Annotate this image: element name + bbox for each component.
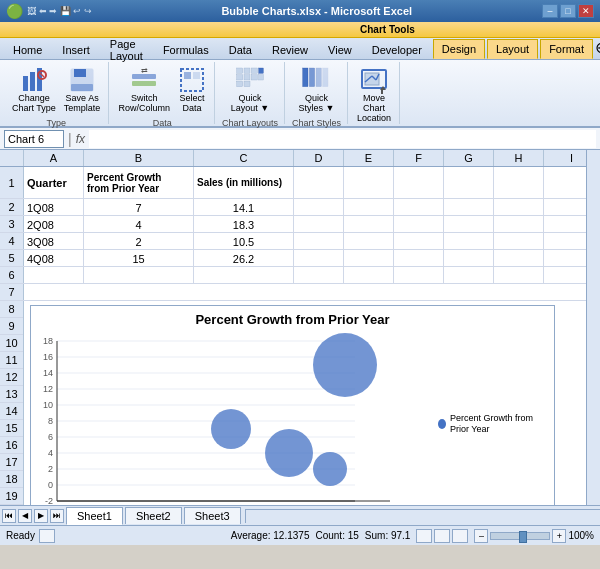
sheet-tab-sheet2[interactable]: Sheet2 bbox=[125, 507, 182, 524]
cell-f5[interactable] bbox=[394, 250, 444, 267]
minimize-button[interactable]: – bbox=[542, 4, 558, 18]
close-button[interactable]: ✕ bbox=[578, 4, 594, 18]
cell-h5[interactable] bbox=[494, 250, 544, 267]
sheet-tab-first-button[interactable]: ⏮ bbox=[2, 509, 16, 523]
col-header-e[interactable]: E bbox=[344, 150, 394, 166]
chart-object[interactable]: Percent Growth from Prior Year 18 16 14 … bbox=[30, 305, 555, 505]
cell-g5[interactable] bbox=[444, 250, 494, 267]
cell-e1[interactable] bbox=[344, 167, 394, 198]
maximize-button[interactable]: □ bbox=[560, 4, 576, 18]
save-as-template-button[interactable]: Save AsTemplate bbox=[62, 64, 103, 116]
tab-layout[interactable]: Layout bbox=[487, 39, 538, 59]
cell-a2[interactable]: 1Q08 bbox=[24, 199, 84, 216]
cell-g6[interactable] bbox=[444, 267, 494, 284]
cell-a3[interactable]: 2Q08 bbox=[24, 216, 84, 233]
cell-f3[interactable] bbox=[394, 216, 444, 233]
cell-c5[interactable]: 26.2 bbox=[194, 250, 294, 267]
col-header-a[interactable]: A bbox=[24, 150, 84, 166]
page-layout-view-button[interactable] bbox=[434, 529, 450, 543]
zoom-slider-thumb[interactable] bbox=[519, 531, 527, 543]
tab-format[interactable]: Format bbox=[540, 39, 593, 59]
tab-insert[interactable]: Insert bbox=[53, 39, 99, 59]
tab-page-layout[interactable]: Page Layout bbox=[101, 39, 152, 59]
col-header-b[interactable]: B bbox=[84, 150, 194, 166]
sheet-tab-sheet1[interactable]: Sheet1 bbox=[66, 507, 123, 525]
cell-d6[interactable] bbox=[294, 267, 344, 284]
select-data-button[interactable]: SelectData bbox=[176, 64, 208, 116]
cell-g4[interactable] bbox=[444, 233, 494, 250]
tab-home[interactable]: Home bbox=[4, 39, 51, 59]
cell-b6[interactable] bbox=[84, 267, 194, 284]
quick-styles-button[interactable]: QuickStyles ▼ bbox=[297, 64, 337, 116]
tab-data[interactable]: Data bbox=[220, 39, 261, 59]
cell-h2[interactable] bbox=[494, 199, 544, 216]
cell-g2[interactable] bbox=[444, 199, 494, 216]
cell-a5[interactable]: 4Q08 bbox=[24, 250, 84, 267]
window-controls[interactable]: – □ ✕ bbox=[542, 4, 594, 18]
cell-c2[interactable]: 14.1 bbox=[194, 199, 294, 216]
col-header-d[interactable]: D bbox=[294, 150, 344, 166]
cell-e5[interactable] bbox=[344, 250, 394, 267]
cell-c1[interactable]: Sales (in millions) bbox=[194, 167, 294, 198]
sheet-tab-next-button[interactable]: ▶ bbox=[34, 509, 48, 523]
cell-d2[interactable] bbox=[294, 199, 344, 216]
cell-d3[interactable] bbox=[294, 216, 344, 233]
col-header-h[interactable]: H bbox=[494, 150, 544, 166]
cell-h3[interactable] bbox=[494, 216, 544, 233]
cell-c6[interactable] bbox=[194, 267, 294, 284]
cell-h1[interactable] bbox=[494, 167, 544, 198]
cell-a7[interactable] bbox=[24, 284, 600, 301]
cell-e2[interactable] bbox=[344, 199, 394, 216]
cell-f4[interactable] bbox=[394, 233, 444, 250]
cell-d1[interactable] bbox=[294, 167, 344, 198]
cell-b3[interactable]: 4 bbox=[84, 216, 194, 233]
help-icon[interactable]: ⊕ bbox=[595, 38, 600, 59]
cell-c4[interactable]: 10.5 bbox=[194, 233, 294, 250]
cell-h6[interactable] bbox=[494, 267, 544, 284]
cell-f2[interactable] bbox=[394, 199, 444, 216]
cell-b1[interactable]: Percent Growthfrom Prior Year bbox=[84, 167, 194, 198]
cell-e4[interactable] bbox=[344, 233, 394, 250]
tab-design[interactable]: Design bbox=[433, 39, 485, 59]
cell-e6[interactable] bbox=[344, 267, 394, 284]
sheet-tab-prev-button[interactable]: ◀ bbox=[18, 509, 32, 523]
cell-b4[interactable]: 2 bbox=[84, 233, 194, 250]
horizontal-scrollbar[interactable] bbox=[245, 509, 600, 523]
cell-b2[interactable]: 7 bbox=[84, 199, 194, 216]
col-header-g[interactable]: G bbox=[444, 150, 494, 166]
cell-f6[interactable] bbox=[394, 267, 444, 284]
cell-h4[interactable] bbox=[494, 233, 544, 250]
cell-d4[interactable] bbox=[294, 233, 344, 250]
cell-g3[interactable] bbox=[444, 216, 494, 233]
sheet-tab-last-button[interactable]: ⏭ bbox=[50, 509, 64, 523]
tab-developer[interactable]: Developer bbox=[363, 39, 431, 59]
cell-a6[interactable] bbox=[24, 267, 84, 284]
cell-a4[interactable]: 3Q08 bbox=[24, 233, 84, 250]
cell-f1[interactable] bbox=[394, 167, 444, 198]
cell-reference-input[interactable] bbox=[4, 130, 64, 148]
move-chart-button[interactable]: MoveChartLocation bbox=[355, 64, 393, 126]
zoom-in-button[interactable]: + bbox=[552, 529, 566, 543]
col-header-f[interactable]: F bbox=[394, 150, 444, 166]
chart-body: 18 16 14 12 10 8 6 4 2 0 -2 bbox=[31, 329, 554, 505]
cell-b5[interactable]: 15 bbox=[84, 250, 194, 267]
sheet-tab-sheet3[interactable]: Sheet3 bbox=[184, 507, 241, 524]
normal-view-button[interactable] bbox=[416, 529, 432, 543]
zoom-out-button[interactable]: – bbox=[474, 529, 488, 543]
cell-e3[interactable] bbox=[344, 216, 394, 233]
tab-formulas[interactable]: Formulas bbox=[154, 39, 218, 59]
cell-a1[interactable]: Quarter bbox=[24, 167, 84, 198]
tab-view[interactable]: View bbox=[319, 39, 361, 59]
page-break-view-button[interactable] bbox=[452, 529, 468, 543]
cell-d5[interactable] bbox=[294, 250, 344, 267]
cell-g1[interactable] bbox=[444, 167, 494, 198]
cell-c3[interactable]: 18.3 bbox=[194, 216, 294, 233]
change-chart-type-button[interactable]: ChangeChart Type bbox=[10, 64, 58, 116]
zoom-slider[interactable] bbox=[490, 532, 550, 540]
quick-layout-button[interactable]: QuickLayout ▼ bbox=[229, 64, 271, 116]
col-header-c[interactable]: C bbox=[194, 150, 294, 166]
vertical-scrollbar[interactable] bbox=[586, 150, 600, 505]
tab-review[interactable]: Review bbox=[263, 39, 317, 59]
switch-row-column-button[interactable]: ⇄ SwitchRow/Column bbox=[116, 64, 172, 116]
formula-input[interactable] bbox=[89, 130, 596, 148]
